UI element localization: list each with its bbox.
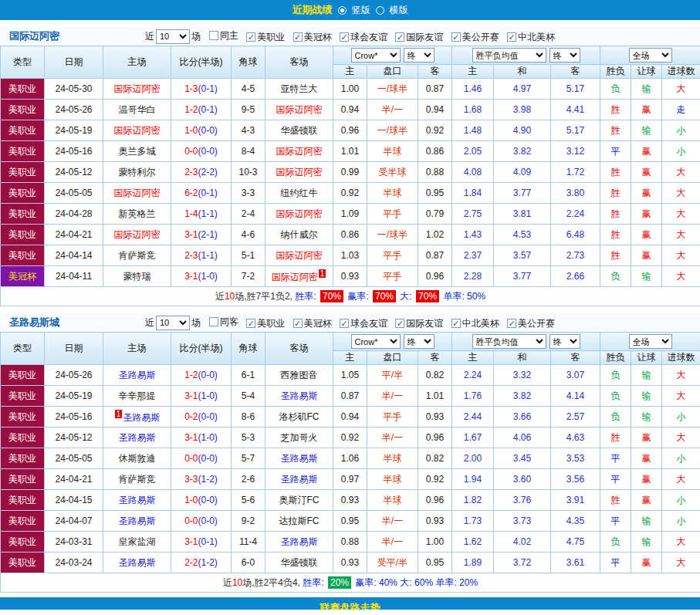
col-goals: 进球数 bbox=[662, 65, 700, 79]
filter-checkbox-label: 中北美杯 bbox=[462, 317, 499, 330]
asian-handicap: 半球 bbox=[367, 490, 418, 511]
goals-result: 大 bbox=[662, 204, 700, 225]
filter-checkbox[interactable]: 同客 bbox=[209, 316, 238, 329]
match-date: 24-05-16 bbox=[45, 141, 103, 162]
filter-checkbox[interactable]: ✓ 美职业 bbox=[246, 317, 285, 330]
filter-checkboxes: 同主 ✓ 美职业 ✓ 美冠杯 ✓ 球会友谊 ✓ 国际友谊 ✓ 美公开赛 ✓ 中北… bbox=[204, 29, 555, 44]
footer-bar: 联赛盘路走势 bbox=[0, 597, 700, 610]
score: 3-3(1-2) bbox=[171, 469, 232, 490]
filter-checkbox[interactable]: ✓ 美公开赛 bbox=[507, 317, 555, 330]
checkbox-box-icon: ✓ bbox=[293, 319, 303, 328]
asian-handicap: 一/球半 bbox=[367, 225, 418, 245]
euro-odds-select[interactable]: 胜平负均值 bbox=[472, 334, 546, 349]
result: 负 bbox=[600, 532, 631, 552]
match-date: 24-05-12 bbox=[45, 427, 103, 448]
filter-checkbox-label: 美公开赛 bbox=[518, 317, 555, 330]
checkbox-box-icon: ✓ bbox=[451, 32, 461, 42]
radio-vertical-label[interactable]: 竖版 bbox=[352, 4, 370, 17]
euro-final-select[interactable]: 终 bbox=[550, 48, 580, 63]
filter-checkbox[interactable]: ✓ 国际友谊 bbox=[395, 317, 443, 330]
asian-away-odds: 1.00 bbox=[418, 532, 452, 552]
match-date: 24-04-07 bbox=[45, 511, 103, 532]
scope-select[interactable]: 全场 bbox=[629, 48, 672, 63]
away-team: 亚特兰大 bbox=[265, 79, 333, 100]
result: 胜 bbox=[600, 427, 631, 448]
col-score: 比分(半场) bbox=[171, 333, 232, 365]
filter-checkbox[interactable]: ✓ 球会友谊 bbox=[340, 317, 387, 330]
home-team: 国际迈阿密 bbox=[103, 120, 171, 141]
checkbox-box-icon: ✓ bbox=[507, 32, 516, 42]
asian-home-odds: 0.97 bbox=[333, 469, 367, 490]
near-label: 近 bbox=[145, 316, 154, 329]
match-row: 美职业 24-05-05 国际迈阿密 6-2(0-1) 3-3 纽约红牛 0.9… bbox=[1, 183, 700, 204]
filter-checkbox[interactable]: ✓ 国际友谊 bbox=[395, 31, 443, 44]
col-type: 类型 bbox=[1, 333, 45, 365]
filter-checkbox[interactable]: ✓ 球会友谊 bbox=[340, 31, 387, 44]
match-row: 美冠杯 24-04-11 蒙特瑞 3-1(1-0) 7-2 国际迈阿密1 0.9… bbox=[1, 266, 700, 287]
goals-result: 大 bbox=[662, 79, 700, 100]
asian-away-odds: 0.92 bbox=[418, 469, 452, 490]
away-team: 国际迈阿密 bbox=[265, 162, 333, 183]
games-count-select[interactable]: 10 bbox=[156, 316, 190, 330]
filter-checkbox[interactable]: ✓ 美冠杯 bbox=[293, 31, 332, 44]
home-team: 新英格兰 bbox=[103, 204, 171, 225]
asian-handicap: 平手 bbox=[367, 266, 418, 287]
euro-lose-odds: 3.56 bbox=[551, 469, 600, 490]
asian-home-odds: 1.03 bbox=[333, 245, 367, 266]
handicap-result: 赢 bbox=[631, 469, 662, 490]
scope-select[interactable]: 全场 bbox=[629, 334, 672, 349]
scope-header: 全场 bbox=[600, 46, 700, 65]
col-goals: 进球数 bbox=[662, 351, 700, 365]
handicap-result: 赢 bbox=[631, 141, 662, 162]
euro-draw-odds: 3.77 bbox=[494, 183, 551, 204]
score: 0-0(0-0) bbox=[171, 511, 232, 532]
euro-final-select[interactable]: 终 bbox=[550, 334, 580, 349]
euro-draw-odds: 3.76 bbox=[494, 490, 551, 511]
home-team: 圣路易斯 bbox=[103, 490, 171, 511]
games-count-select[interactable]: 10 bbox=[156, 29, 190, 44]
asian-final-select[interactable]: 终 bbox=[404, 334, 435, 349]
filter-checkbox[interactable]: ✓ 美公开赛 bbox=[451, 31, 499, 44]
euro-win-odds: 4.08 bbox=[452, 162, 494, 183]
score: 3-1(0-1) bbox=[171, 532, 232, 552]
bookmaker-select[interactable]: Crow* bbox=[351, 334, 401, 349]
games-label: 场 bbox=[191, 316, 201, 329]
bookmaker-select[interactable]: Crow* bbox=[351, 48, 401, 63]
radio-vertical-selected[interactable] bbox=[338, 6, 347, 15]
away-team: 纽约红牛 bbox=[265, 183, 333, 204]
asian-handicap: 一/球半 bbox=[367, 79, 418, 100]
euro-win-odds: 1.89 bbox=[452, 552, 494, 573]
asian-home-odds: 0.99 bbox=[333, 162, 367, 183]
match-type: 美冠杯 bbox=[1, 266, 45, 287]
matches-body: 美职业 24-05-26 圣路易斯 1-2(0-0) 6-1 西雅图音 1.05… bbox=[1, 365, 700, 573]
filter-checkbox[interactable]: ✓ 中北美杯 bbox=[507, 31, 555, 44]
away-badge: 1 bbox=[319, 269, 326, 278]
asian-final-select[interactable]: 终 bbox=[404, 48, 435, 63]
section-header: 圣路易斯城 近 10 场 同客 ✓ 美职业 ✓ 美冠杯 ✓ 球会友谊 ✓ 国际友… bbox=[0, 313, 700, 332]
euro-odds-select[interactable]: 胜平负均值 bbox=[472, 48, 546, 63]
corners: 5-1 bbox=[232, 245, 265, 266]
match-date: 24-04-28 bbox=[45, 204, 103, 225]
corners: 5-3 bbox=[232, 427, 265, 448]
asian-handicap: 受半球 bbox=[367, 162, 418, 183]
radio-horizontal[interactable] bbox=[376, 6, 384, 15]
filter-checkbox[interactable]: ✓ 美冠杯 bbox=[293, 317, 332, 330]
radio-horizontal-label[interactable]: 横版 bbox=[390, 4, 408, 17]
match-date: 24-03-31 bbox=[45, 532, 103, 552]
goals-result: 大 bbox=[662, 225, 700, 245]
euro-draw-odds: 3.98 bbox=[494, 100, 551, 120]
home-team: 奥兰多城 bbox=[103, 141, 171, 162]
match-type: 美职业 bbox=[1, 204, 45, 225]
home-team: 肯萨斯竞 bbox=[103, 245, 171, 266]
match-type: 美职业 bbox=[1, 225, 45, 245]
filter-checkbox[interactable]: ✓ 中北美杯 bbox=[451, 317, 499, 330]
match-type: 美职业 bbox=[1, 365, 45, 386]
euro-draw-odds: 3.77 bbox=[494, 266, 551, 287]
euro-lose-odds: 3.53 bbox=[551, 448, 600, 469]
filter-checkbox[interactable]: 同主 bbox=[209, 29, 238, 42]
filter-checkbox-label: 美职业 bbox=[257, 31, 285, 44]
filter-checkbox[interactable]: ✓ 美职业 bbox=[246, 31, 285, 44]
result: 胜 bbox=[600, 204, 631, 225]
checkbox-box-icon: ✓ bbox=[246, 319, 255, 328]
section-header: 国际迈阿密 近 10 场 同主 ✓ 美职业 ✓ 美冠杯 ✓ 球会友谊 ✓ 国际友… bbox=[0, 27, 700, 46]
